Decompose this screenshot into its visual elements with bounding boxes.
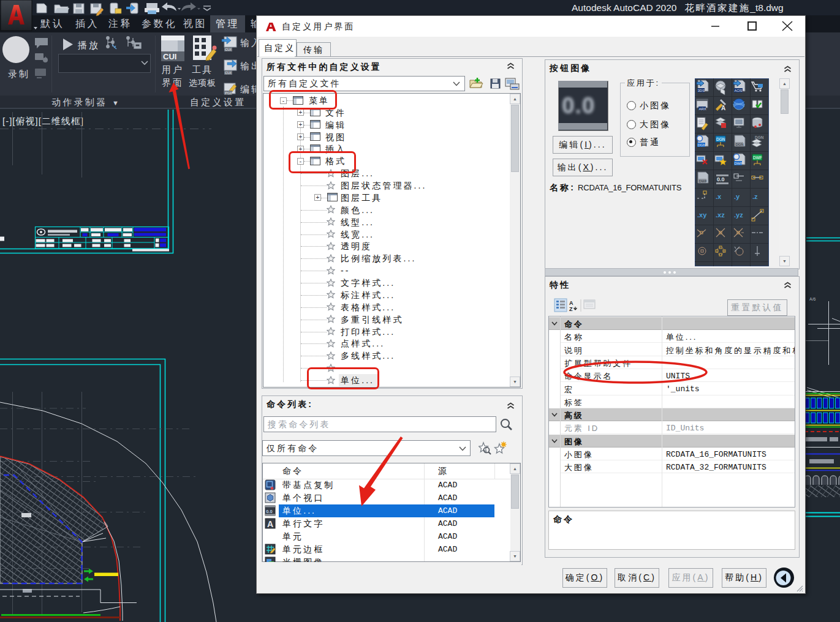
svg-text:CUI: CUI bbox=[225, 48, 232, 51]
svg-text:选项板: 选项板 bbox=[189, 78, 216, 88]
svg-text:界面: 界面 bbox=[162, 77, 184, 88]
svg-text:输入: 输入 bbox=[240, 37, 257, 48]
svg-text:.x: .x bbox=[716, 193, 722, 200]
svg-text:Z: Z bbox=[569, 306, 573, 312]
svg-text:用户: 用户 bbox=[162, 64, 184, 75]
svg-text:.y: .y bbox=[734, 193, 740, 200]
svg-text:A/6: A/6 bbox=[809, 297, 816, 301]
svg-text:工具: 工具 bbox=[192, 64, 213, 75]
svg-text:输出: 输出 bbox=[240, 61, 257, 71]
svg-text:DWF: DWF bbox=[735, 162, 743, 165]
svg-text:播放: 播放 bbox=[77, 40, 100, 50]
svg-text:DWF: DWF bbox=[753, 156, 762, 160]
svg-text:ARX: ARX bbox=[699, 107, 706, 111]
svg-text:A: A bbox=[721, 105, 725, 111]
svg-text:A: A bbox=[569, 300, 573, 306]
svg-text:DGN: DGN bbox=[755, 135, 764, 140]
svg-text:[-][俯视][二维线框]: [-][俯视][二维线框] bbox=[2, 116, 84, 126]
svg-text:DGN: DGN bbox=[716, 137, 725, 141]
svg-text:录制: 录制 bbox=[8, 69, 30, 79]
svg-text:0.0: 0.0 bbox=[717, 176, 725, 182]
svg-text:.z: .z bbox=[752, 193, 758, 200]
svg-text:.xy: .xy bbox=[697, 211, 707, 219]
svg-text:CUI: CUI bbox=[225, 71, 232, 75]
svg-text:A: A bbox=[267, 519, 273, 529]
svg-text:.yz: .yz bbox=[734, 211, 743, 219]
svg-text:3DS: 3DS bbox=[698, 89, 705, 92]
svg-text:0.0: 0.0 bbox=[266, 509, 272, 514]
svg-text:.xz: .xz bbox=[716, 211, 725, 219]
svg-text:DGN: DGN bbox=[736, 143, 744, 146]
svg-text:编辑: 编辑 bbox=[240, 84, 257, 94]
svg-text:PGP: PGP bbox=[225, 91, 233, 95]
svg-text:ACIS: ACIS bbox=[735, 89, 743, 92]
svg-text:DWF: DWF bbox=[699, 179, 708, 183]
svg-text:CUI: CUI bbox=[163, 52, 176, 61]
svg-text:DGN: DGN bbox=[698, 143, 706, 147]
